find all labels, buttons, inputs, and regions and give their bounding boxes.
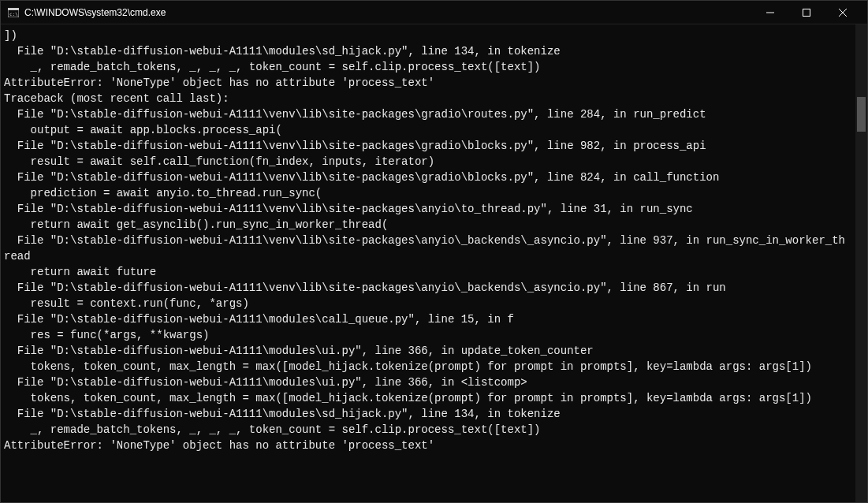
scrollbar[interactable] — [855, 24, 867, 502]
minimize-button[interactable] — [752, 1, 788, 24]
scrollbar-thumb[interactable] — [857, 97, 866, 132]
window-controls — [752, 1, 861, 24]
terminal-area: ]) File "D:\stable-diffusion-webui-A1111… — [1, 24, 867, 502]
close-button[interactable] — [825, 1, 861, 24]
svg-rect-1 — [8, 8, 19, 10]
titlebar[interactable]: c:\ C:\WINDOWS\system32\cmd.exe — [1, 1, 867, 24]
svg-text:c:\: c:\ — [9, 11, 18, 17]
terminal-output[interactable]: ]) File "D:\stable-diffusion-webui-A1111… — [1, 24, 855, 502]
maximize-button[interactable] — [788, 1, 825, 24]
window-title: C:\WINDOWS\system32\cmd.exe — [24, 7, 752, 18]
svg-rect-4 — [803, 9, 810, 16]
cmd-icon: c:\ — [7, 6, 20, 19]
cmd-window: c:\ C:\WINDOWS\system32\cmd.exe ]) File … — [0, 0, 868, 503]
